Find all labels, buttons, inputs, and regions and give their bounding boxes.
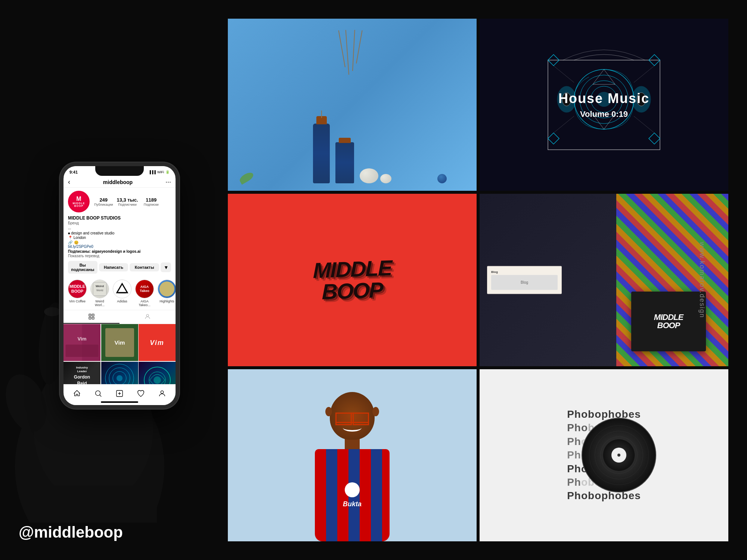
svg-marker-46 (649, 133, 660, 144)
spa-leaf (238, 171, 255, 185)
spa-pebbles-group (360, 168, 391, 183)
bio-text: design and creative studio (71, 231, 114, 235)
phone-screen: 9:41 ▐▐▐ WiFi 🔋 ‹ middleboop ··· (63, 166, 176, 405)
svg-rect-8 (30, 485, 157, 523)
highlight-aiga[interactable]: AIGATakeo AIGA Takeo... (135, 280, 154, 307)
profile-translate-button[interactable]: Показать перевод (68, 254, 171, 258)
add-icon (115, 389, 124, 398)
stat-posts[interactable]: 249 Публикации (94, 197, 113, 206)
profile-link[interactable]: bit.ly/2SPGPe0 (68, 245, 171, 249)
stat-followers[interactable]: 13,3 тыс. Подписчики (117, 197, 138, 206)
profile-username: middleboop (103, 179, 133, 185)
highlight-vim-coffee[interactable]: MIDDLEBOOP Vim Coffee (68, 280, 87, 307)
highlight-circle-adidas (113, 280, 131, 298)
instagram-handle: @middleboop (19, 523, 123, 541)
stick-4 (356, 30, 363, 63)
gordon-text-1: Industry (63, 366, 100, 370)
svg-marker-45 (548, 133, 559, 144)
avatar[interactable]: M MIDDLE BOOP (68, 191, 90, 212)
tab-grid[interactable] (63, 310, 120, 324)
shirt-text: Bukta (343, 500, 362, 508)
profile-tabs (63, 310, 176, 324)
location-text: London (74, 236, 86, 240)
profile-location: 📍 London (68, 236, 171, 240)
adidas-circle-bg (113, 280, 131, 298)
following-label: Подписки (144, 203, 159, 206)
nav-add[interactable] (113, 387, 126, 400)
diffuser-sticks (345, 30, 357, 75)
profile-followed-by: Подписаны: aigaeyeondesign и logos.ai (68, 249, 171, 253)
spa-bottle-tall (313, 124, 330, 183)
profile-section: M MIDDLE BOOP 249 Публикации (63, 188, 176, 277)
nav-heart[interactable] (134, 387, 148, 400)
gallery-cell-house-music: House Music (480, 19, 728, 191)
highlights-thumb (159, 281, 174, 296)
gordon-text-3: Gordon (63, 374, 100, 380)
post-3-text: Vim (150, 339, 164, 346)
merch-box-item: Blog Blog (487, 266, 562, 294)
merch-box-label: Blog (491, 270, 558, 273)
nav-search[interactable] (92, 387, 105, 400)
svg-line-61 (634, 116, 654, 133)
avatar-logo: M MIDDLE BOOP (73, 196, 85, 207)
phobophobes-line-7: Phobophobes (567, 489, 641, 503)
nav-home[interactable] (70, 387, 84, 400)
subscribed-button[interactable]: Вы подписаны (68, 261, 97, 274)
highlight-circle-vim: MIDDLEBOOP (68, 280, 87, 298)
post-vim2-bg: Vim (101, 324, 138, 361)
highlights-circle-bg (158, 280, 176, 298)
heart-icon (137, 389, 145, 398)
shirt-badge (345, 482, 360, 497)
post-cell-3[interactable]: Vim (139, 324, 176, 361)
merch-black-bag: MIDDLEBOOP (631, 292, 706, 351)
portrait-glasses (335, 413, 369, 423)
spa-bottle-short (335, 142, 354, 183)
wifi-icon: WiFi (157, 170, 164, 174)
dropdown-button[interactable]: ▾ (161, 262, 171, 272)
aiga-circle-bg: AIGATakeo (136, 280, 154, 298)
highlight-adidas[interactable]: Adidas (113, 280, 131, 307)
stick-3 (352, 30, 355, 71)
post-vim1-bg: Vim (63, 324, 100, 361)
phone-notch (95, 166, 144, 176)
vim-circle-logo: MIDDLEBOOP (69, 284, 85, 294)
nav-profile[interactable] (155, 387, 169, 400)
contacts-button[interactable]: Контакты (130, 263, 159, 271)
highlight-label-highlights: Highlights (159, 299, 174, 303)
svg-rect-18 (92, 314, 94, 316)
portrait-shirt: Bukta (315, 449, 390, 541)
posts-label: Публикации (94, 203, 113, 206)
vim-circle-bg: MIDDLEBOOP (68, 280, 86, 298)
back-button[interactable]: ‹ (68, 178, 70, 186)
post-cell-1[interactable]: Vim (63, 324, 100, 361)
home-icon (73, 389, 81, 398)
message-button[interactable]: Написать (99, 263, 128, 271)
post-cell-2[interactable]: Vim (101, 324, 138, 361)
highlight-label-weird: Weird Worl... (90, 299, 109, 307)
followers-label: Подписчики (118, 203, 137, 206)
gallery-area: House Music (228, 19, 728, 541)
highlight-highlights[interactable]: Highlights (158, 280, 176, 307)
post-1-art: Vim (63, 324, 100, 361)
svg-marker-15 (117, 284, 127, 293)
phone-mockup-area: 9:41 ▐▐▐ WiFi 🔋 ‹ middleboop ··· (11, 19, 228, 523)
stat-following[interactable]: 1189 Подписки (142, 197, 161, 206)
profile-type: Бренд (68, 221, 171, 225)
search-icon (94, 389, 102, 398)
portrait-ear-left (325, 407, 332, 416)
options-button[interactable]: ··· (165, 178, 171, 186)
svg-text:Vim: Vim (78, 336, 87, 342)
tab-tagged[interactable] (120, 310, 176, 324)
avatar-inner: M MIDDLE BOOP (69, 192, 89, 211)
vinyl-record (582, 418, 656, 492)
profile-expand-dots[interactable]: ... (68, 226, 171, 230)
weird-world-icon: Weird World (92, 281, 107, 296)
gallery-cell-middle-boop-red: MIDDLE BOOP (228, 194, 477, 366)
merch-bag-logo: MIDDLEBOOP (654, 313, 683, 330)
stick-2 (345, 30, 349, 75)
highlight-weird-world[interactable]: Weird World Weird Worl... (90, 280, 109, 307)
svg-line-60 (554, 116, 574, 133)
bio-icon: ■ (68, 231, 70, 235)
svg-marker-52 (593, 69, 615, 84)
spa-ball (437, 174, 447, 183)
